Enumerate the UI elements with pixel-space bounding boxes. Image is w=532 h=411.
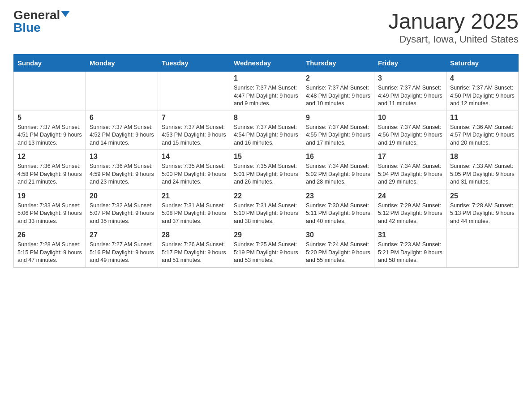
calendar-cell: 27Sunrise: 7:27 AM Sunset: 5:16 PM Dayli…: [86, 228, 158, 268]
day-number: 13: [90, 153, 154, 161]
day-number: 4: [450, 74, 515, 82]
calendar-cell: [158, 72, 230, 111]
day-info: Sunrise: 7:36 AM Sunset: 4:58 PM Dayligh…: [17, 163, 82, 186]
calendar-header-saturday: Saturday: [446, 55, 519, 72]
calendar-cell: 14Sunrise: 7:35 AM Sunset: 5:00 PM Dayli…: [158, 150, 230, 189]
week-row-2: 5Sunrise: 7:37 AM Sunset: 4:51 PM Daylig…: [14, 111, 519, 150]
calendar-cell: 10Sunrise: 7:37 AM Sunset: 4:56 PM Dayli…: [374, 111, 446, 150]
calendar-cell: 5Sunrise: 7:37 AM Sunset: 4:51 PM Daylig…: [14, 111, 86, 150]
calendar-cell: 22Sunrise: 7:31 AM Sunset: 5:10 PM Dayli…: [230, 189, 302, 228]
calendar-cell: [446, 228, 519, 268]
day-number: 11: [450, 114, 515, 122]
day-info: Sunrise: 7:37 AM Sunset: 4:52 PM Dayligh…: [90, 124, 154, 147]
day-info: Sunrise: 7:29 AM Sunset: 5:12 PM Dayligh…: [378, 202, 442, 226]
week-row-5: 26Sunrise: 7:28 AM Sunset: 5:15 PM Dayli…: [14, 228, 519, 268]
day-info: Sunrise: 7:37 AM Sunset: 4:47 PM Dayligh…: [234, 84, 298, 108]
calendar-cell: 6Sunrise: 7:37 AM Sunset: 4:52 PM Daylig…: [86, 111, 158, 150]
day-info: Sunrise: 7:28 AM Sunset: 5:15 PM Dayligh…: [17, 241, 82, 265]
calendar-cell: 29Sunrise: 7:25 AM Sunset: 5:19 PM Dayli…: [230, 228, 302, 268]
day-info: Sunrise: 7:30 AM Sunset: 5:11 PM Dayligh…: [306, 202, 370, 226]
day-info: Sunrise: 7:34 AM Sunset: 5:04 PM Dayligh…: [378, 163, 442, 186]
calendar-cell: 18Sunrise: 7:33 AM Sunset: 5:05 PM Dayli…: [446, 150, 519, 189]
page-header: General Blue January 2025 Dysart, Iowa, …: [13, 9, 519, 45]
calendar-cell: 12Sunrise: 7:36 AM Sunset: 4:58 PM Dayli…: [14, 150, 86, 189]
calendar-header-friday: Friday: [374, 55, 446, 72]
day-number: 9: [306, 114, 370, 122]
logo: General Blue: [13, 9, 70, 34]
day-number: 20: [90, 192, 154, 200]
calendar-header-monday: Monday: [86, 55, 158, 72]
calendar-header-wednesday: Wednesday: [230, 55, 302, 72]
day-info: Sunrise: 7:37 AM Sunset: 4:54 PM Dayligh…: [234, 124, 298, 147]
day-info: Sunrise: 7:37 AM Sunset: 4:51 PM Dayligh…: [17, 124, 82, 147]
day-number: 1: [234, 74, 298, 82]
calendar-table: SundayMondayTuesdayWednesdayThursdayFrid…: [13, 54, 519, 268]
day-number: 16: [306, 153, 370, 161]
calendar-cell: 2Sunrise: 7:37 AM Sunset: 4:48 PM Daylig…: [302, 72, 374, 111]
week-row-4: 19Sunrise: 7:33 AM Sunset: 5:06 PM Dayli…: [14, 189, 519, 228]
calendar-cell: [86, 72, 158, 111]
calendar-cell: 31Sunrise: 7:23 AM Sunset: 5:21 PM Dayli…: [374, 228, 446, 268]
calendar-cell: 28Sunrise: 7:26 AM Sunset: 5:17 PM Dayli…: [158, 228, 230, 268]
month-title: January 2025: [388, 9, 519, 34]
day-number: 15: [234, 153, 298, 161]
day-number: 17: [378, 153, 442, 161]
day-info: Sunrise: 7:23 AM Sunset: 5:21 PM Dayligh…: [378, 241, 442, 265]
day-info: Sunrise: 7:32 AM Sunset: 5:07 PM Dayligh…: [90, 202, 154, 226]
day-info: Sunrise: 7:33 AM Sunset: 5:05 PM Dayligh…: [450, 163, 515, 186]
day-info: Sunrise: 7:37 AM Sunset: 4:55 PM Dayligh…: [306, 124, 370, 147]
day-number: 29: [234, 231, 298, 239]
day-number: 22: [234, 192, 298, 200]
calendar-cell: 25Sunrise: 7:28 AM Sunset: 5:13 PM Dayli…: [446, 189, 519, 228]
calendar-cell: 19Sunrise: 7:33 AM Sunset: 5:06 PM Dayli…: [14, 189, 86, 228]
day-info: Sunrise: 7:27 AM Sunset: 5:16 PM Dayligh…: [90, 241, 154, 265]
calendar-cell: [14, 72, 86, 111]
day-number: 14: [162, 153, 226, 161]
day-info: Sunrise: 7:37 AM Sunset: 4:53 PM Dayligh…: [162, 124, 226, 147]
calendar-header-sunday: Sunday: [14, 55, 86, 72]
calendar-cell: 26Sunrise: 7:28 AM Sunset: 5:15 PM Dayli…: [14, 228, 86, 268]
calendar-header-thursday: Thursday: [302, 55, 374, 72]
day-info: Sunrise: 7:36 AM Sunset: 4:57 PM Dayligh…: [450, 124, 515, 147]
day-info: Sunrise: 7:37 AM Sunset: 4:50 PM Dayligh…: [450, 84, 515, 108]
calendar-cell: 7Sunrise: 7:37 AM Sunset: 4:53 PM Daylig…: [158, 111, 230, 150]
calendar-cell: 8Sunrise: 7:37 AM Sunset: 4:54 PM Daylig…: [230, 111, 302, 150]
calendar-cell: 15Sunrise: 7:35 AM Sunset: 5:01 PM Dayli…: [230, 150, 302, 189]
day-number: 27: [90, 231, 154, 239]
calendar-cell: 9Sunrise: 7:37 AM Sunset: 4:55 PM Daylig…: [302, 111, 374, 150]
day-number: 2: [306, 74, 370, 82]
calendar-cell: 30Sunrise: 7:24 AM Sunset: 5:20 PM Dayli…: [302, 228, 374, 268]
day-number: 24: [378, 192, 442, 200]
day-number: 25: [450, 192, 515, 200]
day-number: 12: [17, 153, 82, 161]
calendar-cell: 11Sunrise: 7:36 AM Sunset: 4:57 PM Dayli…: [446, 111, 519, 150]
day-info: Sunrise: 7:37 AM Sunset: 4:56 PM Dayligh…: [378, 124, 442, 147]
location-text: Dysart, Iowa, United States: [388, 34, 519, 45]
calendar-header-tuesday: Tuesday: [158, 55, 230, 72]
day-info: Sunrise: 7:31 AM Sunset: 5:10 PM Dayligh…: [234, 202, 298, 226]
day-info: Sunrise: 7:26 AM Sunset: 5:17 PM Dayligh…: [162, 241, 226, 265]
day-number: 19: [17, 192, 82, 200]
calendar-header-row: SundayMondayTuesdayWednesdayThursdayFrid…: [14, 55, 519, 72]
logo-general-text: General: [13, 9, 60, 21]
day-info: Sunrise: 7:25 AM Sunset: 5:19 PM Dayligh…: [234, 241, 298, 265]
calendar-cell: 20Sunrise: 7:32 AM Sunset: 5:07 PM Dayli…: [86, 189, 158, 228]
day-number: 31: [378, 231, 442, 239]
day-info: Sunrise: 7:34 AM Sunset: 5:02 PM Dayligh…: [306, 163, 370, 186]
day-number: 23: [306, 192, 370, 200]
calendar-cell: 24Sunrise: 7:29 AM Sunset: 5:12 PM Dayli…: [374, 189, 446, 228]
calendar-cell: 17Sunrise: 7:34 AM Sunset: 5:04 PM Dayli…: [374, 150, 446, 189]
day-number: 3: [378, 74, 442, 82]
day-info: Sunrise: 7:31 AM Sunset: 5:08 PM Dayligh…: [162, 202, 226, 226]
calendar-cell: 1Sunrise: 7:37 AM Sunset: 4:47 PM Daylig…: [230, 72, 302, 111]
day-number: 8: [234, 114, 298, 122]
calendar-cell: 23Sunrise: 7:30 AM Sunset: 5:11 PM Dayli…: [302, 189, 374, 228]
day-number: 18: [450, 153, 515, 161]
day-info: Sunrise: 7:37 AM Sunset: 4:49 PM Dayligh…: [378, 84, 442, 108]
day-info: Sunrise: 7:37 AM Sunset: 4:48 PM Dayligh…: [306, 84, 370, 108]
day-number: 21: [162, 192, 226, 200]
day-info: Sunrise: 7:33 AM Sunset: 5:06 PM Dayligh…: [17, 202, 82, 226]
calendar-cell: 4Sunrise: 7:37 AM Sunset: 4:50 PM Daylig…: [446, 72, 519, 111]
title-section: January 2025 Dysart, Iowa, United States: [388, 9, 519, 45]
day-number: 5: [17, 114, 82, 122]
